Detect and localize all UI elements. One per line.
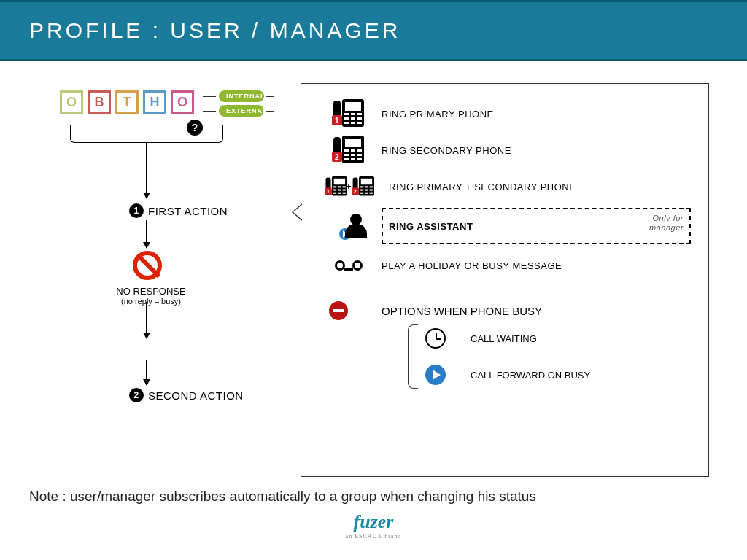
tile-o2: O bbox=[171, 90, 194, 114]
step-number-1: 1 bbox=[129, 203, 144, 218]
options-busy-header: OPTIONS WHEN PHONE BUSY bbox=[382, 301, 691, 320]
call-forward-label: CALL FORWARD ON BUSY bbox=[471, 370, 590, 381]
no-response-label: NO RESPONSE bbox=[96, 286, 206, 297]
no-entry-icon bbox=[133, 251, 162, 280]
tile-o1: O bbox=[60, 90, 83, 114]
footer-note: Note : user/manager subscribes automatic… bbox=[29, 489, 536, 505]
action-ring-secondary: 2 RING SECONDARY PHONE bbox=[382, 132, 691, 168]
arrow-down-icon bbox=[146, 302, 147, 338]
options-busy-label: OPTIONS WHEN PHONE BUSY bbox=[382, 305, 542, 317]
actions-panel: 1 RING PRIMARY PHONE 2 RING SECONDARY PH… bbox=[301, 83, 709, 477]
action-ring-both: 1 + 2 RING PRIMARY + SECONDARY PHONE bbox=[382, 168, 691, 205]
tile-h: H bbox=[143, 90, 166, 114]
ring-assistant-label: RING ASSISTANT bbox=[389, 221, 684, 232]
busy-options: CALL WAITING CALL FORWARD ON BUSY bbox=[425, 320, 691, 393]
assistant-note: Only formanager bbox=[649, 214, 684, 233]
brace-icon bbox=[408, 324, 418, 389]
first-action-label: FIRST ACTION bbox=[148, 205, 228, 217]
status-tiles: O B T H O bbox=[60, 90, 194, 114]
action-ring-assistant: RING ASSISTANT Only formanager bbox=[382, 208, 691, 244]
second-action-label: SECOND ACTION bbox=[148, 389, 244, 402]
play-icon bbox=[425, 365, 446, 385]
step-number-2: 2 bbox=[129, 388, 144, 402]
play-icon bbox=[339, 228, 351, 240]
brand-logo: fuzer an ESCAUX brand bbox=[0, 511, 747, 540]
call-waiting-label: CALL WAITING bbox=[471, 333, 537, 344]
ring-both-label: RING PRIMARY + SECONDARY PHONE bbox=[389, 182, 691, 192]
pill-external: EXTERNAL bbox=[219, 105, 264, 117]
diagram-stage: O B T H O INTERNAL EXTERNAL ? 1 FIRST AC… bbox=[0, 61, 747, 528]
arrow-down-icon bbox=[146, 220, 147, 248]
option-call-waiting: CALL WAITING bbox=[425, 320, 691, 357]
first-action-step: 1 FIRST ACTION bbox=[129, 203, 228, 218]
join-bracket bbox=[70, 125, 223, 143]
no-response-sub: (no reply – busy) bbox=[96, 297, 206, 306]
minus-icon bbox=[329, 301, 348, 320]
call-source-pills: INTERNAL EXTERNAL bbox=[219, 88, 264, 120]
person-icon bbox=[344, 214, 368, 238]
ring-primary-label: RING PRIMARY PHONE bbox=[382, 109, 691, 120]
tile-b: B bbox=[88, 90, 111, 114]
ring-secondary-label: RING SECONDARY PHONE bbox=[382, 145, 691, 156]
play-message-label: PLAY A HOLIDAY OR BUSY MESSAGE bbox=[382, 260, 691, 271]
phone-icon: 2 bbox=[333, 136, 364, 165]
action-ring-primary: 1 RING PRIMARY PHONE bbox=[382, 96, 691, 132]
arrow-down-icon bbox=[146, 162, 147, 198]
option-call-forward: CALL FORWARD ON BUSY bbox=[425, 357, 691, 393]
arrow-down-icon bbox=[146, 360, 147, 385]
page-title: Profile : user / manager bbox=[0, 0, 747, 61]
no-response-block: NO RESPONSE (no reply – busy) bbox=[96, 286, 206, 306]
voicemail-icon bbox=[335, 260, 363, 271]
clock-icon bbox=[425, 328, 446, 349]
phone-icon: 1 bbox=[333, 99, 364, 128]
tile-t: T bbox=[115, 90, 139, 114]
action-play-message: PLAY A HOLIDAY OR BUSY MESSAGE bbox=[382, 247, 691, 284]
second-action-step: 2 SECOND ACTION bbox=[129, 388, 244, 402]
connector bbox=[146, 143, 147, 162]
two-phones-icon: 1 + 2 bbox=[326, 176, 372, 197]
pill-internal: INTERNAL bbox=[219, 90, 264, 102]
